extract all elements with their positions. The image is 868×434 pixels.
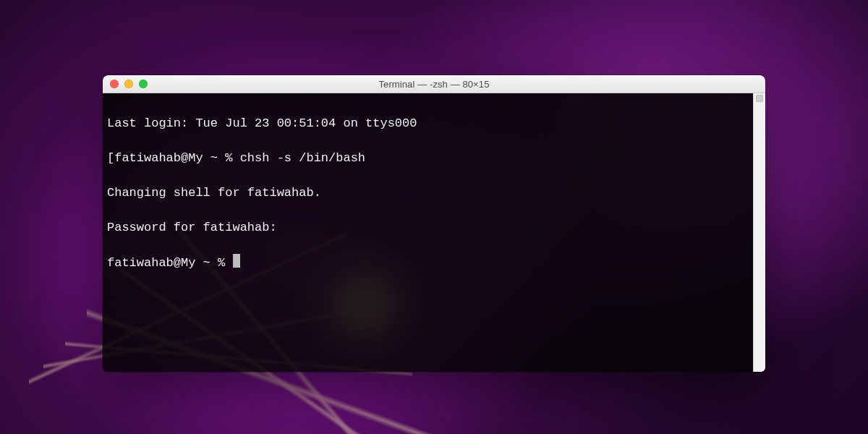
terminal-prompt: fatiwahab@My ~ %: [107, 256, 232, 270]
minimize-icon[interactable]: [124, 80, 133, 88]
desktop-wallpaper: Terminal — -zsh — 80×15 Last login: Tue …: [0, 0, 868, 434]
close-icon[interactable]: [110, 80, 119, 88]
window-controls: [110, 80, 148, 88]
window-titlebar[interactable]: Terminal — -zsh — 80×15: [103, 75, 765, 93]
zoom-icon[interactable]: [139, 80, 148, 88]
terminal-output: Last login: Tue Jul 23 00:51:04 on ttys0…: [107, 98, 751, 307]
cursor-icon: [233, 254, 240, 268]
window-title: Terminal — -zsh — 80×15: [103, 79, 765, 90]
terminal-prompt-line: fatiwahab@My ~ %: [107, 254, 751, 272]
vertical-scrollbar[interactable]: [753, 93, 765, 372]
terminal-line: Changing shell for fatiwahab.: [107, 184, 751, 202]
terminal-viewport[interactable]: Last login: Tue Jul 23 00:51:04 on ttys0…: [103, 93, 765, 372]
terminal-line: Last login: Tue Jul 23 00:51:04 on ttys0…: [107, 115, 751, 132]
terminal-line: [fatiwahab@My ~ % chsh -s /bin/bash: [107, 150, 751, 167]
scrollbar-thumb-icon[interactable]: [756, 95, 763, 102]
terminal-line: Password for fatiwahab:: [107, 219, 751, 237]
terminal-window[interactable]: Terminal — -zsh — 80×15 Last login: Tue …: [103, 75, 765, 372]
